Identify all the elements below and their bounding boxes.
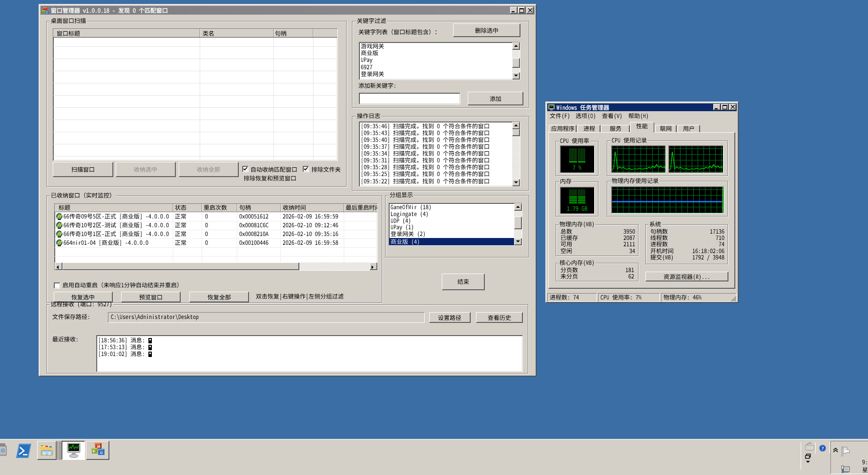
svg-text:F: F xyxy=(93,449,95,454)
svg-text:C: C xyxy=(46,11,48,14)
svg-text:C: C xyxy=(100,451,103,455)
svg-text:M: M xyxy=(97,444,101,449)
svg-text:?: ? xyxy=(822,446,824,451)
